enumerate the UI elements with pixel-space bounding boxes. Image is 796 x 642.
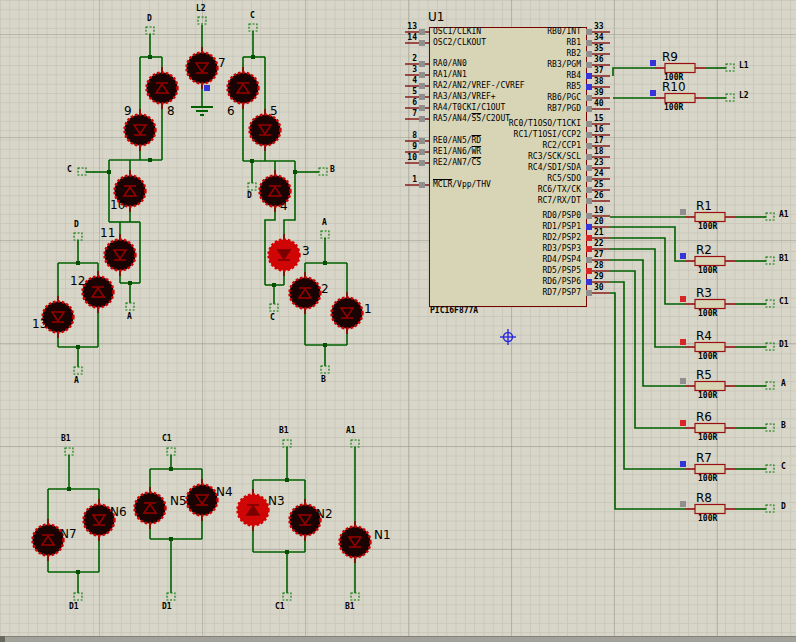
pin-number: 16 (594, 126, 604, 134)
terminal-B[interactable] (321, 366, 329, 373)
pin-name-text: RD0/PSP0 (542, 211, 581, 220)
terminal-D[interactable] (146, 27, 154, 34)
terminal-C[interactable] (270, 304, 278, 311)
resistor-body[interactable] (695, 505, 725, 514)
terminal-L2[interactable] (726, 94, 734, 101)
led-2[interactable] (290, 278, 321, 309)
schematic-canvas[interactable]: U1 PIC16F877A 13142345678910133343536373… (0, 0, 796, 642)
terminal-C[interactable] (766, 465, 774, 472)
wire[interactable] (610, 227, 685, 261)
terminal-D[interactable] (74, 233, 82, 240)
pin-number: 25 (594, 181, 604, 189)
terminal-A[interactable] (321, 231, 329, 238)
led-label: 4 (280, 200, 288, 212)
resistor-ref-label: R4 (696, 330, 712, 342)
pin-number: 23 (594, 159, 604, 167)
terminal-A1[interactable] (351, 440, 359, 447)
pin-name-text: RB0/INT (547, 27, 581, 36)
terminal-A[interactable] (126, 303, 134, 310)
terminal-D[interactable] (248, 183, 256, 190)
terminal-A[interactable] (766, 382, 774, 389)
pin-state-indicator (586, 187, 592, 193)
pin-number: 35 (594, 45, 604, 53)
pin-state-indicator (586, 95, 592, 101)
junction-dot (169, 467, 173, 471)
resistor-body[interactable] (695, 382, 725, 391)
terminal-A[interactable] (74, 367, 82, 374)
led-N5[interactable] (135, 493, 166, 524)
resistor-state-indicator (650, 90, 656, 96)
wire[interactable] (610, 271, 685, 428)
pin-state-indicator (586, 106, 592, 112)
terminal-C1[interactable] (283, 593, 291, 600)
led-1[interactable] (332, 298, 363, 329)
terminal-A1[interactable] (766, 213, 774, 220)
pin-state-indicator (586, 40, 592, 46)
pin-state-indicator (586, 29, 592, 35)
led-5[interactable] (250, 115, 281, 146)
pin-state-indicator (586, 154, 592, 160)
pin-name: RB5 (433, 83, 581, 91)
pin-name: RD6/PSP6 (433, 278, 581, 286)
resistor-body[interactable] (665, 94, 695, 103)
pin-name-text: RB3/PGM (547, 60, 581, 69)
terminal-B[interactable] (319, 168, 327, 175)
led-11[interactable] (105, 240, 136, 271)
terminal-label: B1 (345, 603, 355, 611)
pin-name: RB0/INT (433, 28, 581, 36)
wire[interactable] (613, 68, 655, 76)
pin-number: 9 (395, 143, 417, 151)
terminal-C1[interactable] (167, 448, 175, 455)
resistor-body[interactable] (695, 424, 725, 433)
terminal-C1[interactable] (766, 300, 774, 307)
led-12[interactable] (83, 277, 114, 308)
terminal-L1[interactable] (726, 64, 734, 71)
resistor-body[interactable] (695, 257, 725, 266)
wire[interactable] (610, 249, 685, 347)
pin-name: RC6/TX/CK (433, 186, 581, 194)
resistor-body[interactable] (695, 300, 725, 309)
pin-state-indicator (586, 246, 592, 252)
led-N4[interactable] (187, 485, 218, 516)
led-9[interactable] (125, 115, 156, 146)
junction-dot (128, 281, 132, 285)
terminal-C[interactable] (249, 24, 257, 31)
led-N1[interactable] (340, 527, 371, 558)
wire[interactable] (610, 260, 685, 386)
resistor-body[interactable] (695, 343, 725, 352)
wire[interactable] (610, 282, 685, 469)
led-7[interactable] (187, 53, 218, 84)
pin-number: 1 (395, 176, 417, 184)
terminal-D1[interactable] (74, 593, 82, 600)
junction-dot (148, 55, 152, 59)
pin-state-indicator (586, 132, 592, 138)
pin-state-indicator (419, 61, 425, 67)
terminal-C[interactable] (78, 168, 86, 175)
wire[interactable] (610, 293, 685, 509)
terminal-D[interactable] (766, 505, 774, 512)
pin-state-indicator (419, 83, 425, 89)
resistor-ref-label: R10 (662, 81, 686, 93)
led-label: N5 (170, 495, 187, 507)
pin-state-indicator (586, 268, 592, 274)
terminal-B1[interactable] (766, 257, 774, 264)
pin-state-indicator (586, 62, 592, 68)
terminal-L2[interactable] (198, 17, 206, 24)
resistor-body[interactable] (695, 213, 725, 222)
pin-state-indicator (586, 198, 592, 204)
led-N7[interactable] (33, 525, 64, 556)
junction-dot (107, 170, 111, 174)
pin-name-text: RC0/T1OSO/T1CKI (509, 119, 581, 128)
led-8[interactable] (147, 73, 178, 104)
terminal-D1[interactable] (766, 343, 774, 350)
terminal-D1[interactable] (167, 593, 175, 600)
terminal-B[interactable] (766, 424, 774, 431)
terminal-B1[interactable] (283, 440, 291, 447)
pin-name: RD3/PSP3 (433, 245, 581, 253)
led-6[interactable] (228, 73, 259, 104)
resistor-body[interactable] (665, 64, 695, 73)
terminal-B1[interactable] (65, 448, 73, 455)
terminal-B1[interactable] (351, 593, 359, 600)
junction-dot (76, 570, 80, 574)
resistor-body[interactable] (695, 465, 725, 474)
